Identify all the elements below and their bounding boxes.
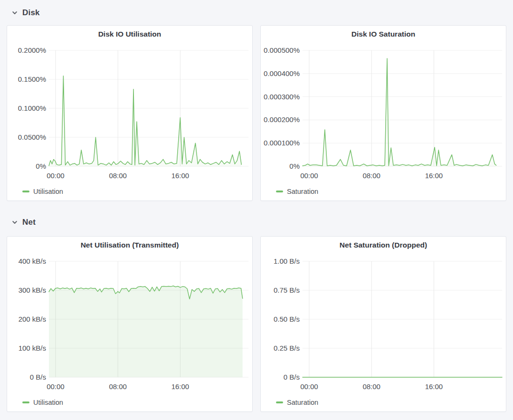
panel-title[interactable]: Net Saturation (Dropped) bbox=[261, 239, 506, 252]
panel-disk-io-saturation: Disk IO Saturation 0%0.000100%0.000200%0… bbox=[260, 25, 506, 201]
svg-text:16:00: 16:00 bbox=[425, 172, 443, 180]
dashboard-page: Disk Disk IO Utilisation 0%0.0500%0.1000… bbox=[7, 4, 506, 412]
panel-net-utilisation-transmitted: Net Utilisation (Transmitted) 0 B/s100 k… bbox=[7, 236, 253, 412]
section-title: Net bbox=[22, 218, 36, 227]
svg-text:0.75 B/s: 0.75 B/s bbox=[274, 286, 300, 294]
legend-series-dash-icon bbox=[276, 191, 283, 192]
panel-title[interactable]: Disk IO Saturation bbox=[261, 28, 506, 41]
svg-text:1.00 B/s: 1.00 B/s bbox=[274, 257, 300, 265]
panel-title[interactable]: Disk IO Utilisation bbox=[7, 28, 252, 41]
svg-text:0 B/s: 0 B/s bbox=[30, 373, 46, 381]
svg-text:0%: 0% bbox=[289, 162, 300, 170]
legend-label[interactable]: Saturation bbox=[287, 399, 318, 406]
panel-net-saturation-dropped: Net Saturation (Dropped) 0 B/s0.25 B/s0.… bbox=[260, 236, 506, 412]
legend[interactable]: Saturation bbox=[276, 188, 506, 195]
section-title: Disk bbox=[22, 8, 40, 18]
chart-net-utilisation-transmitted: 0 B/s100 kB/s200 kB/s300 kB/s400 kB/s00:… bbox=[7, 252, 252, 397]
svg-text:400 kB/s: 400 kB/s bbox=[19, 257, 46, 265]
svg-text:00:00: 00:00 bbox=[300, 172, 318, 180]
svg-text:00:00: 00:00 bbox=[47, 172, 65, 180]
legend-label[interactable]: Utilisation bbox=[33, 188, 63, 195]
svg-text:0.000200%: 0.000200% bbox=[264, 115, 300, 124]
svg-text:0.000100%: 0.000100% bbox=[264, 139, 300, 147]
svg-text:0.1000%: 0.1000% bbox=[18, 104, 46, 112]
svg-text:08:00: 08:00 bbox=[109, 382, 127, 391]
svg-text:100 kB/s: 100 kB/s bbox=[19, 344, 46, 352]
svg-text:16:00: 16:00 bbox=[171, 382, 190, 391]
chart-disk-io-utilisation: 0%0.0500%0.1000%0.1500%0.2000%00:0008:00… bbox=[7, 41, 252, 186]
svg-text:0.1500%: 0.1500% bbox=[18, 75, 46, 83]
section-header-disk[interactable]: Disk bbox=[7, 4, 506, 22]
legend-label[interactable]: Utilisation bbox=[33, 399, 63, 406]
chevron-down-icon bbox=[11, 10, 18, 16]
legend-series-dash-icon bbox=[22, 191, 29, 192]
svg-text:16:00: 16:00 bbox=[425, 382, 443, 391]
svg-text:0.2000%: 0.2000% bbox=[18, 46, 46, 54]
section-header-net[interactable]: Net bbox=[7, 213, 506, 231]
svg-text:0.000400%: 0.000400% bbox=[264, 69, 300, 77]
panel-row-net: Net Utilisation (Transmitted) 0 B/s100 k… bbox=[7, 236, 506, 412]
svg-text:00:00: 00:00 bbox=[47, 382, 65, 391]
legend[interactable]: Saturation bbox=[276, 399, 506, 406]
svg-text:0.25 B/s: 0.25 B/s bbox=[274, 344, 300, 352]
panel-disk-io-utilisation: Disk IO Utilisation 0%0.0500%0.1000%0.15… bbox=[7, 25, 253, 201]
svg-text:300 kB/s: 300 kB/s bbox=[19, 286, 46, 294]
panel-row-disk: Disk IO Utilisation 0%0.0500%0.1000%0.15… bbox=[7, 25, 506, 201]
svg-text:08:00: 08:00 bbox=[362, 382, 380, 391]
panel-title[interactable]: Net Utilisation (Transmitted) bbox=[7, 239, 252, 252]
svg-text:0.50 B/s: 0.50 B/s bbox=[274, 315, 300, 323]
svg-text:0.0500%: 0.0500% bbox=[18, 133, 46, 141]
chart-disk-io-saturation: 0%0.000100%0.000200%0.000300%0.000400%0.… bbox=[261, 41, 506, 186]
svg-text:08:00: 08:00 bbox=[362, 172, 380, 180]
legend-series-dash-icon bbox=[22, 401, 29, 403]
legend[interactable]: Utilisation bbox=[22, 399, 252, 406]
svg-text:0%: 0% bbox=[36, 162, 46, 170]
svg-text:200 kB/s: 200 kB/s bbox=[19, 315, 46, 323]
legend-series-dash-icon bbox=[276, 401, 283, 403]
legend[interactable]: Utilisation bbox=[22, 188, 252, 195]
chevron-down-icon bbox=[11, 219, 18, 226]
svg-text:0.000300%: 0.000300% bbox=[264, 93, 300, 101]
svg-text:00:00: 00:00 bbox=[300, 382, 318, 391]
svg-text:0.000500%: 0.000500% bbox=[264, 46, 300, 54]
svg-text:16:00: 16:00 bbox=[171, 172, 190, 180]
svg-text:0 B/s: 0 B/s bbox=[284, 373, 300, 381]
legend-label[interactable]: Saturation bbox=[287, 188, 318, 195]
svg-text:08:00: 08:00 bbox=[109, 172, 127, 180]
chart-net-saturation-dropped: 0 B/s0.25 B/s0.50 B/s0.75 B/s1.00 B/s00:… bbox=[261, 252, 506, 397]
